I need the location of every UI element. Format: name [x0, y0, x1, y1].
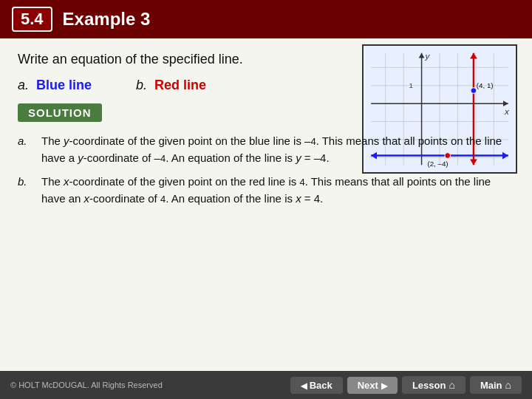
section-badge: 5.4 — [12, 7, 52, 32]
sol-text-b: The x-coordinate of the given point on t… — [41, 173, 514, 208]
solution-item-a: a. The y-coordinate of the given point o… — [18, 132, 514, 167]
page-title: Example 3 — [63, 9, 151, 30]
next-label: Next — [358, 380, 378, 391]
next-button[interactable]: Next — [347, 377, 398, 394]
copyright-text: © HOLT McDOUGAL. All Rights Reserved — [10, 381, 163, 389]
blue-line-label: Blue line — [36, 78, 92, 93]
intro-text: Write an equation of the specified line. — [18, 52, 514, 67]
main-home-icon — [505, 379, 511, 391]
main-button[interactable]: Main — [470, 376, 522, 394]
footer-buttons: Back Next Lesson Main — [290, 376, 522, 394]
lesson-label: Lesson — [412, 380, 446, 391]
next-arrow-icon — [381, 380, 387, 391]
lesson-home-icon — [449, 379, 454, 391]
main-content: Write an equation of the specified line.… — [0, 38, 532, 222]
line-a-label: a. — [18, 78, 29, 93]
main-label: Main — [480, 380, 502, 391]
sol-label-b: b. — [18, 173, 41, 208]
red-line-label: Red line — [154, 78, 206, 93]
solution-items: a. The y-coordinate of the given point o… — [18, 132, 514, 207]
sol-text-a: The y-coordinate of the given point on t… — [41, 132, 514, 167]
solution-item-b: b. The x-coordinate of the given point o… — [18, 173, 514, 208]
lines-row: a. Blue line b. Red line — [18, 78, 514, 93]
line-b-label: b. — [136, 78, 147, 93]
back-label: Back — [310, 380, 332, 391]
lesson-button[interactable]: Lesson — [402, 376, 466, 394]
back-arrow-icon — [301, 380, 307, 391]
solution-badge: SOLUTION — [18, 103, 102, 122]
sol-label-a: a. — [18, 132, 41, 167]
back-button[interactable]: Back — [290, 377, 343, 394]
footer: © HOLT McDOUGAL. All Rights Reserved Bac… — [0, 371, 532, 399]
header: 5.4 Example 3 — [0, 0, 532, 38]
